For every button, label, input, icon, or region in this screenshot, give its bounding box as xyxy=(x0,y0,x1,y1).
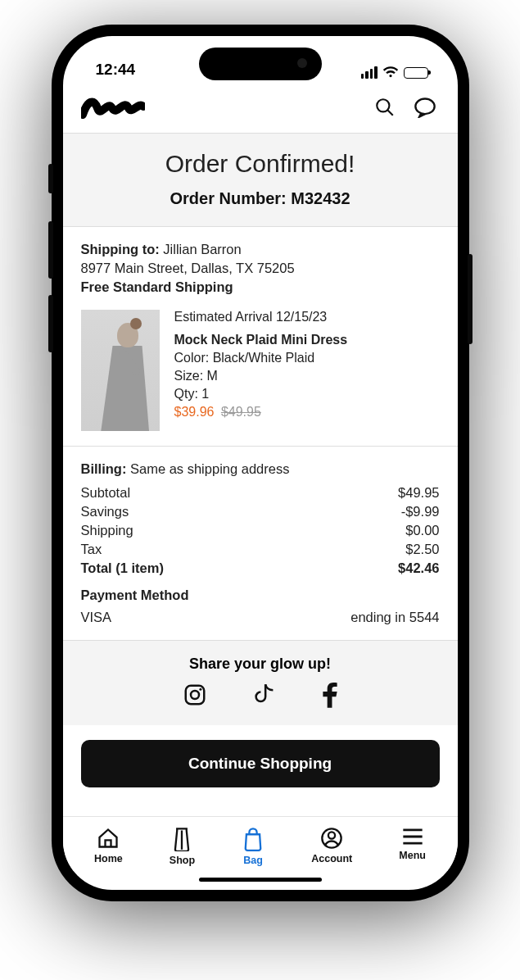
payment-ending: ending in 5544 xyxy=(350,610,439,625)
tab-menu[interactable]: Menu xyxy=(399,827,426,861)
tab-shop-label: Shop xyxy=(170,855,195,866)
price-original: $49.95 xyxy=(221,405,261,419)
svg-point-0 xyxy=(377,99,389,111)
app-header xyxy=(63,84,458,133)
brand-logo[interactable] xyxy=(81,93,145,121)
svg-point-2 xyxy=(415,99,434,115)
signal-icon xyxy=(361,66,378,79)
phone-frame: 12:44 Order Confirmed! xyxy=(52,25,469,901)
product-size: Size: M xyxy=(174,369,440,383)
estimated-arrival: Estimated Arrival 12/15/23 xyxy=(174,310,440,324)
order-confirm-banner: Order Confirmed! Order Number: M32432 xyxy=(63,133,458,227)
tab-menu-label: Menu xyxy=(399,850,426,861)
tab-home-label: Home xyxy=(94,853,123,864)
tab-account-label: Account xyxy=(311,853,352,864)
tax-value: $2.50 xyxy=(405,542,439,557)
total-value: $42.46 xyxy=(398,560,439,576)
price-sale: $39.96 xyxy=(174,405,215,419)
tab-bag[interactable]: Bag xyxy=(242,827,265,866)
billing-section: Billing: Same as shipping address Subtot… xyxy=(63,447,458,641)
tab-shop[interactable]: Shop xyxy=(170,827,195,866)
svg-point-5 xyxy=(199,688,201,691)
subtotal-value: $49.95 xyxy=(398,485,439,501)
payment-method-title: Payment Method xyxy=(81,588,440,603)
chat-icon[interactable] xyxy=(414,97,436,118)
instagram-icon[interactable] xyxy=(183,683,207,709)
tab-home[interactable]: Home xyxy=(94,827,123,864)
tax-label: Tax xyxy=(81,542,102,557)
subtotal-label: Subtotal xyxy=(81,485,131,501)
home-indicator[interactable] xyxy=(199,878,322,882)
payment-brand: VISA xyxy=(81,610,112,625)
order-item: Estimated Arrival 12/15/23 Mock Neck Pla… xyxy=(81,310,440,431)
shipping-name: Jillian Barron xyxy=(163,242,241,256)
shipping-value: $0.00 xyxy=(405,523,439,538)
product-qty: Qty: 1 xyxy=(174,387,440,402)
savings-label: Savings xyxy=(81,504,129,519)
product-color: Color: Black/White Plaid xyxy=(174,351,440,365)
svg-point-4 xyxy=(191,691,199,699)
tab-account[interactable]: Account xyxy=(311,827,352,864)
share-section: Share your glow up! xyxy=(63,641,458,725)
page-title: Order Confirmed! xyxy=(71,150,450,178)
tab-bar: Home Shop Bag Account Menu xyxy=(63,816,458,871)
shipping-method: Free Standard Shipping xyxy=(81,279,440,295)
total-label: Total (1 item) xyxy=(81,560,164,576)
shipping-address: 8977 Main Street, Dallas, TX 75205 xyxy=(81,261,440,276)
svg-line-1 xyxy=(387,110,393,116)
order-number: Order Number: M32432 xyxy=(71,189,450,208)
battery-icon xyxy=(404,67,428,79)
continue-shopping-button[interactable]: Continue Shopping xyxy=(81,740,440,787)
shipping-to-label: Shipping to: xyxy=(81,242,160,256)
search-icon[interactable] xyxy=(374,97,396,118)
product-image xyxy=(81,310,160,431)
svg-point-8 xyxy=(328,832,335,838)
billing-value: Same as shipping address xyxy=(130,461,289,476)
billing-label: Billing: xyxy=(81,461,127,476)
product-name: Mock Neck Plaid Mini Dress xyxy=(174,333,440,347)
facebook-icon[interactable] xyxy=(322,683,338,709)
tiktok-icon[interactable] xyxy=(253,683,276,709)
wifi-icon xyxy=(382,66,399,79)
shipping-section: Shipping to: Jillian Barron 8977 Main St… xyxy=(63,227,458,447)
tab-bag-label: Bag xyxy=(243,855,263,866)
status-time: 12:44 xyxy=(96,61,136,79)
share-title: Share your glow up! xyxy=(71,656,450,673)
shipping-label: Shipping xyxy=(81,523,133,538)
savings-value: -$9.99 xyxy=(401,504,440,519)
